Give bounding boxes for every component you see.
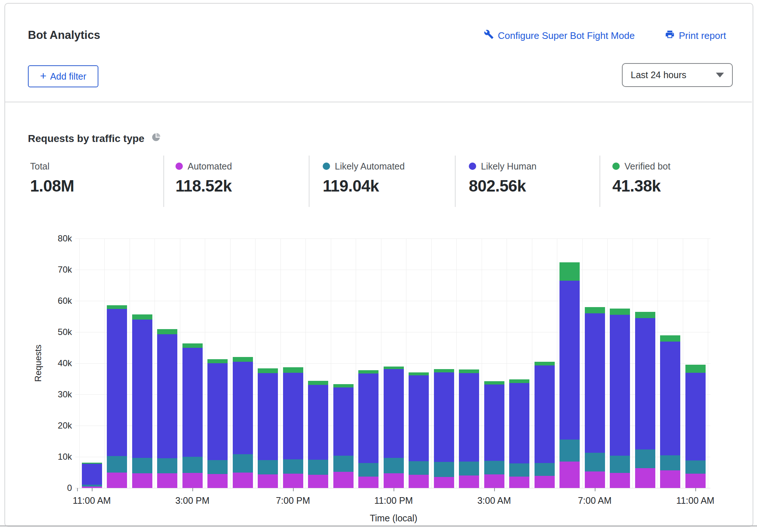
bar-segment-automated[interactable] xyxy=(660,470,680,488)
bar-segment-likely-automated[interactable] xyxy=(685,460,706,474)
bar-segment-likely-automated[interactable] xyxy=(409,461,429,475)
bar-segment-likely-automated[interactable] xyxy=(585,453,605,471)
bar-segment-verified-bot[interactable] xyxy=(157,329,177,334)
add-filter-button[interactable]: + Add filter xyxy=(28,65,98,87)
bar-segment-verified-bot[interactable] xyxy=(559,262,580,281)
bar-segment-likely-human[interactable] xyxy=(207,363,228,460)
bar-segment-likely-automated[interactable] xyxy=(660,455,680,470)
bar-segment-likely-human[interactable] xyxy=(685,373,706,461)
bar-segment-likely-human[interactable] xyxy=(258,373,278,460)
bar-segment-likely-automated[interactable] xyxy=(484,461,504,474)
bar-segment-automated[interactable] xyxy=(585,471,605,488)
bar-segment-automated[interactable] xyxy=(333,472,354,488)
bar-segment-automated[interactable] xyxy=(509,477,529,488)
bar-segment-likely-automated[interactable] xyxy=(535,463,555,476)
bar-segment-verified-bot[interactable] xyxy=(635,312,655,318)
bar-segment-automated[interactable] xyxy=(132,473,152,488)
bar-segment-likely-automated[interactable] xyxy=(333,456,354,471)
bar-segment-likely-human[interactable] xyxy=(610,315,630,456)
bar-segment-likely-human[interactable] xyxy=(283,373,303,459)
bar-segment-likely-human[interactable] xyxy=(308,385,328,460)
bar-segment-automated[interactable] xyxy=(459,475,479,488)
bar-segment-likely-automated[interactable] xyxy=(635,449,655,468)
print-report-link[interactable]: Print report xyxy=(665,29,726,42)
bar-segment-likely-automated[interactable] xyxy=(107,456,127,472)
bar-segment-likely-human[interactable] xyxy=(182,348,203,457)
bar-segment-verified-bot[interactable] xyxy=(660,335,680,342)
bar-segment-verified-bot[interactable] xyxy=(82,463,102,464)
bar-segment-automated[interactable] xyxy=(610,473,630,488)
bar-segment-likely-automated[interactable] xyxy=(308,460,328,475)
bar-segment-likely-automated[interactable] xyxy=(459,462,479,475)
bar-segment-likely-automated[interactable] xyxy=(233,454,253,473)
bar-segment-likely-human[interactable] xyxy=(434,372,454,462)
bar-segment-likely-automated[interactable] xyxy=(358,463,378,477)
bar-segment-likely-human[interactable] xyxy=(107,309,127,456)
bar-segment-likely-automated[interactable] xyxy=(384,458,404,474)
bar-segment-likely-human[interactable] xyxy=(635,318,655,450)
bar-segment-likely-automated[interactable] xyxy=(182,457,203,473)
bar-segment-verified-bot[interactable] xyxy=(358,370,378,374)
bar-segment-verified-bot[interactable] xyxy=(685,365,706,372)
bar-segment-likely-automated[interactable] xyxy=(132,458,152,474)
bar-segment-verified-bot[interactable] xyxy=(459,369,479,373)
bar-segment-likely-human[interactable] xyxy=(358,374,378,463)
bar-segment-verified-bot[interactable] xyxy=(409,372,429,376)
bar-segment-likely-human[interactable] xyxy=(484,385,504,461)
bar-segment-likely-automated[interactable] xyxy=(509,463,529,477)
bar-segment-automated[interactable] xyxy=(207,474,228,488)
bar-segment-likely-automated[interactable] xyxy=(434,462,454,477)
bar-segment-automated[interactable] xyxy=(358,477,378,488)
bar-segment-automated[interactable] xyxy=(434,477,454,488)
bar-segment-automated[interactable] xyxy=(685,474,706,488)
bar-segment-likely-human[interactable] xyxy=(384,369,404,458)
bar-segment-automated[interactable] xyxy=(258,474,278,488)
bar-segment-automated[interactable] xyxy=(233,473,253,488)
bar-segment-likely-automated[interactable] xyxy=(157,458,177,473)
bar-segment-likely-human[interactable] xyxy=(459,373,479,462)
bar-segment-verified-bot[interactable] xyxy=(258,368,278,374)
bar-segment-likely-human[interactable] xyxy=(585,313,605,453)
bar-segment-verified-bot[interactable] xyxy=(434,369,454,372)
bar-segment-automated[interactable] xyxy=(283,474,303,488)
bar-segment-verified-bot[interactable] xyxy=(207,359,228,363)
bar-segment-verified-bot[interactable] xyxy=(535,362,555,365)
bar-segment-likely-automated[interactable] xyxy=(283,459,303,474)
bar-segment-verified-bot[interactable] xyxy=(509,379,529,383)
bar-segment-automated[interactable] xyxy=(635,468,655,488)
bar-segment-likely-human[interactable] xyxy=(82,464,102,485)
bar-segment-likely-automated[interactable] xyxy=(610,456,630,473)
bar-segment-automated[interactable] xyxy=(535,476,555,488)
bar-segment-likely-automated[interactable] xyxy=(258,460,278,475)
bar-segment-likely-automated[interactable] xyxy=(207,460,228,474)
bar-segment-verified-bot[interactable] xyxy=(585,307,605,313)
bar-segment-verified-bot[interactable] xyxy=(384,367,404,369)
bar-segment-likely-human[interactable] xyxy=(132,320,152,458)
bar-segment-verified-bot[interactable] xyxy=(610,309,630,315)
bar-segment-automated[interactable] xyxy=(182,473,203,488)
bar-segment-likely-automated[interactable] xyxy=(559,440,580,462)
bar-segment-verified-bot[interactable] xyxy=(308,381,328,385)
bar-segment-automated[interactable] xyxy=(157,473,177,488)
time-range-select[interactable]: Last 24 hours xyxy=(622,63,733,87)
bar-segment-automated[interactable] xyxy=(107,473,127,488)
bar-segment-likely-human[interactable] xyxy=(157,334,177,458)
bar-segment-automated[interactable] xyxy=(384,473,404,488)
bar-segment-verified-bot[interactable] xyxy=(132,314,152,320)
bar-segment-likely-human[interactable] xyxy=(409,375,429,461)
configure-super-bot-fight-mode-link[interactable]: Configure Super Bot Fight Mode xyxy=(484,29,635,42)
bar-segment-verified-bot[interactable] xyxy=(182,343,203,348)
bar-segment-automated[interactable] xyxy=(409,475,429,488)
bar-segment-automated[interactable] xyxy=(484,474,504,488)
bar-segment-likely-human[interactable] xyxy=(233,362,253,454)
bar-segment-verified-bot[interactable] xyxy=(233,357,253,362)
bar-segment-likely-human[interactable] xyxy=(535,365,555,463)
bar-segment-automated[interactable] xyxy=(308,475,328,488)
bar-segment-likely-human[interactable] xyxy=(559,281,580,440)
bar-segment-verified-bot[interactable] xyxy=(107,305,127,309)
bar-segment-likely-human[interactable] xyxy=(509,383,529,463)
bar-segment-likely-automated[interactable] xyxy=(82,485,102,487)
bar-segment-automated[interactable] xyxy=(559,462,580,488)
bar-segment-likely-human[interactable] xyxy=(333,387,354,456)
bar-segment-verified-bot[interactable] xyxy=(484,381,504,385)
